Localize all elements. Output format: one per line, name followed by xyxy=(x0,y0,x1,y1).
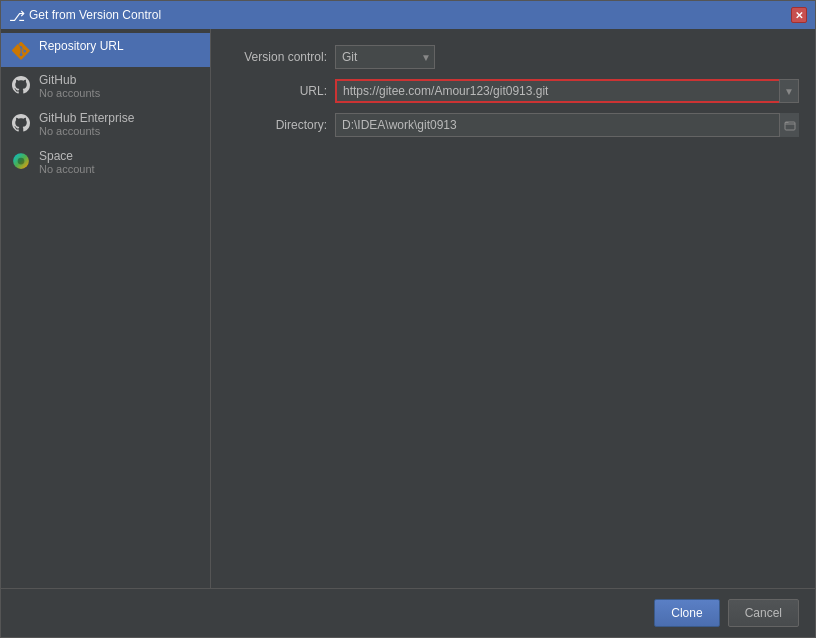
sidebar-item-github-enterprise-sub: No accounts xyxy=(39,125,134,137)
sidebar-item-github-label: GitHub xyxy=(39,73,100,87)
url-dropdown-button[interactable]: ▼ xyxy=(779,79,799,103)
sidebar-item-repository-url-label: Repository URL xyxy=(39,39,124,53)
svg-rect-2 xyxy=(785,122,795,130)
title-bar: ⎇ Get from Version Control ✕ xyxy=(1,1,815,29)
space-icon xyxy=(11,151,31,171)
url-input[interactable] xyxy=(335,79,799,103)
sidebar-item-github-enterprise-text: GitHub Enterprise No accounts xyxy=(39,111,134,137)
github-icon xyxy=(11,75,31,95)
sidebar-item-github-enterprise[interactable]: GitHub Enterprise No accounts xyxy=(1,105,210,143)
version-control-label: Version control: xyxy=(227,50,327,64)
bottom-bar: Clone Cancel xyxy=(1,588,815,637)
sidebar-item-github[interactable]: GitHub No accounts xyxy=(1,67,210,105)
main-window: ⎇ Get from Version Control ✕ Repository … xyxy=(0,0,816,638)
url-label: URL: xyxy=(227,84,327,98)
sidebar-item-space-text: Space No account xyxy=(39,149,95,175)
directory-input-wrapper xyxy=(335,113,799,137)
version-control-select[interactable]: Git Mercurial xyxy=(335,45,435,69)
sidebar-item-github-enterprise-label: GitHub Enterprise xyxy=(39,111,134,125)
title-bar-left: ⎇ Get from Version Control xyxy=(9,8,161,22)
directory-row: Directory: xyxy=(227,113,799,137)
git-icon xyxy=(11,41,31,61)
url-input-wrapper: ▼ xyxy=(335,79,799,103)
sidebar-item-space-label: Space xyxy=(39,149,95,163)
close-button[interactable]: ✕ xyxy=(791,7,807,23)
cancel-button[interactable]: Cancel xyxy=(728,599,799,627)
sidebar-item-repository-url-text: Repository URL xyxy=(39,39,124,53)
sidebar-item-repository-url[interactable]: Repository URL xyxy=(1,33,210,67)
sidebar-item-space[interactable]: Space No account xyxy=(1,143,210,181)
sidebar-item-github-text: GitHub No accounts xyxy=(39,73,100,99)
main-content: Repository URL GitHub No accounts xyxy=(1,29,815,588)
clone-button[interactable]: Clone xyxy=(654,599,719,627)
sidebar-item-github-sub: No accounts xyxy=(39,87,100,99)
version-control-select-wrapper: Git Mercurial ▼ xyxy=(335,45,435,69)
svg-point-1 xyxy=(18,158,25,165)
directory-input[interactable] xyxy=(335,113,799,137)
spacer xyxy=(227,147,799,572)
right-panel: Version control: Git Mercurial ▼ URL: ▼ xyxy=(211,29,815,588)
window-icon: ⎇ xyxy=(9,8,23,22)
browse-directory-button[interactable] xyxy=(779,113,799,137)
window-title: Get from Version Control xyxy=(29,8,161,22)
sidebar: Repository URL GitHub No accounts xyxy=(1,29,211,588)
version-control-row: Version control: Git Mercurial ▼ xyxy=(227,45,799,69)
directory-label: Directory: xyxy=(227,118,327,132)
sidebar-item-space-sub: No account xyxy=(39,163,95,175)
url-row: URL: ▼ xyxy=(227,79,799,103)
github-enterprise-icon xyxy=(11,113,31,133)
